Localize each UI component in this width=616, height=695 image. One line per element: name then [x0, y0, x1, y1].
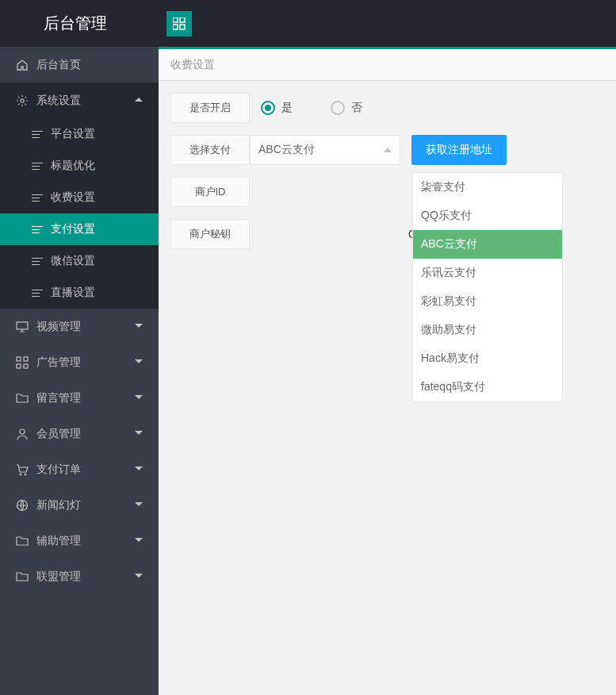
main: 收费设置 是否开启 是 否 选择支付 [159, 47, 616, 695]
sidebar-item-label: 广告管理 [36, 355, 135, 370]
sidebar-item-label: 新闻幻灯 [36, 498, 135, 513]
dropdown-option[interactable]: 柒壹支付 [413, 173, 562, 202]
grid-icon [16, 356, 29, 369]
grid-icon [173, 17, 186, 30]
folder-icon [16, 570, 29, 583]
svg-rect-6 [17, 357, 21, 361]
radio-yes-label: 是 [281, 101, 293, 115]
lines-icon [32, 258, 43, 265]
svg-point-4 [21, 98, 24, 102]
globe-icon [16, 499, 29, 512]
sidebar-item[interactable]: 视频管理 [0, 309, 159, 344]
header-grid-button[interactable] [166, 11, 192, 36]
page-title: 收费设置 [159, 49, 616, 81]
sidebar: 后台首页 系统设置平台设置标题优化收费设置支付设置微信设置直播设置视频管理广告管… [0, 47, 159, 695]
chevron-icon [135, 574, 143, 578]
sidebar-subitem[interactable]: 直播设置 [0, 277, 159, 309]
sidebar-subitem[interactable]: 收费设置 [0, 182, 159, 213]
svg-rect-1 [180, 17, 185, 22]
svg-point-10 [20, 429, 25, 434]
svg-rect-2 [173, 25, 178, 29]
label-merchant-id: 商户ID [170, 177, 250, 207]
svg-point-12 [25, 474, 26, 475]
select-payment-value: ABC云支付 [258, 143, 315, 157]
sidebar-subitem-label: 标题优化 [51, 159, 95, 173]
chevron-icon [135, 467, 143, 470]
chevron-icon [135, 431, 143, 435]
svg-rect-9 [24, 364, 28, 368]
sidebar-item[interactable]: 留言管理 [0, 380, 159, 416]
sidebar-subitem-label: 微信设置 [51, 254, 95, 268]
chevron-icon [135, 538, 143, 542]
sidebar-item-label: 支付订单 [36, 463, 135, 477]
svg-rect-5 [17, 322, 28, 329]
sidebar-home[interactable]: 后台首页 [0, 47, 159, 83]
label-select-pay: 选择支付 [170, 135, 250, 165]
dropdown-option[interactable]: ABC云支付 [413, 230, 562, 259]
sidebar-item-label: 留言管理 [36, 391, 135, 405]
sidebar-subitem-label: 支付设置 [51, 222, 95, 236]
user-icon [16, 428, 29, 440]
sidebar-item-label: 会员管理 [36, 427, 135, 441]
svg-rect-7 [24, 357, 28, 361]
radio-circle-icon [331, 101, 345, 115]
sidebar-subitem[interactable]: 支付设置 [0, 213, 159, 245]
sidebar-item-label: 辅助管理 [36, 534, 135, 548]
home-icon [16, 59, 29, 71]
cart-icon [16, 463, 29, 476]
chevron-icon [135, 98, 143, 102]
lines-icon [32, 163, 43, 170]
svg-rect-0 [173, 17, 178, 22]
sidebar-subitem[interactable]: 平台设置 [0, 118, 159, 150]
brand-title: 后台管理 [0, 13, 159, 34]
dropdown-option[interactable]: Hack易支付 [413, 344, 562, 373]
sidebar-subitem-label: 直播设置 [51, 286, 95, 300]
sidebar-item[interactable]: 会员管理 [0, 416, 159, 451]
sidebar-subitem[interactable]: 微信设置 [0, 245, 159, 277]
lines-icon [32, 131, 43, 138]
sidebar-subitem-label: 平台设置 [51, 127, 95, 141]
dropdown-option[interactable]: QQ乐支付 [413, 202, 562, 230]
svg-point-11 [20, 474, 21, 475]
folder-icon [16, 535, 29, 547]
sidebar-item[interactable]: 辅助管理 [0, 523, 159, 559]
header: 后台管理 [0, 0, 616, 47]
label-merchant-key: 商户秘钥 [170, 219, 250, 249]
lines-icon [32, 194, 43, 202]
lines-icon [32, 290, 43, 297]
chevron-icon [135, 324, 143, 328]
sidebar-subitem[interactable]: 标题优化 [0, 150, 159, 182]
sidebar-item[interactable]: 支付订单 [0, 451, 159, 487]
get-register-url-button[interactable]: 获取注册地址 [411, 135, 507, 165]
lines-icon [32, 226, 43, 233]
svg-rect-8 [17, 364, 21, 368]
sidebar-home-label: 后台首页 [36, 58, 143, 72]
radio-no[interactable]: 否 [331, 101, 362, 115]
sidebar-item[interactable]: 系统设置 [0, 83, 159, 118]
chevron-icon [135, 395, 143, 399]
radio-no-label: 否 [351, 101, 362, 115]
sidebar-item[interactable]: 新闻幻灯 [0, 487, 159, 523]
sidebar-item-label: 联盟管理 [36, 570, 135, 584]
dropdown-option[interactable]: 微助易支付 [413, 316, 562, 344]
sidebar-item-label: 系统设置 [36, 94, 135, 108]
radio-yes[interactable]: 是 [261, 101, 293, 115]
sidebar-item[interactable]: 广告管理 [0, 344, 159, 380]
select-payment[interactable]: ABC云支付 [250, 135, 400, 165]
dropdown-option[interactable]: fateqq码支付 [413, 373, 562, 401]
monitor-icon [16, 321, 29, 333]
folder-icon [16, 392, 29, 405]
sidebar-item-label: 视频管理 [36, 320, 135, 334]
dropdown-option[interactable]: 彩虹易支付 [413, 287, 562, 316]
dropdown-option[interactable]: 乐讯云支付 [413, 259, 562, 287]
svg-rect-3 [180, 25, 185, 29]
sidebar-subitem-label: 收费设置 [51, 190, 95, 205]
sidebar-item[interactable]: 联盟管理 [0, 559, 159, 594]
label-enable: 是否开启 [170, 93, 250, 123]
chevron-up-icon [384, 148, 392, 152]
chevron-icon [135, 502, 143, 506]
gear-icon [16, 94, 29, 107]
payment-dropdown: 柒壹支付QQ乐支付ABC云支付乐讯云支付彩虹易支付微助易支付Hack易支付fat… [412, 172, 563, 402]
radio-circle-icon [261, 101, 275, 115]
chevron-icon [135, 359, 143, 363]
